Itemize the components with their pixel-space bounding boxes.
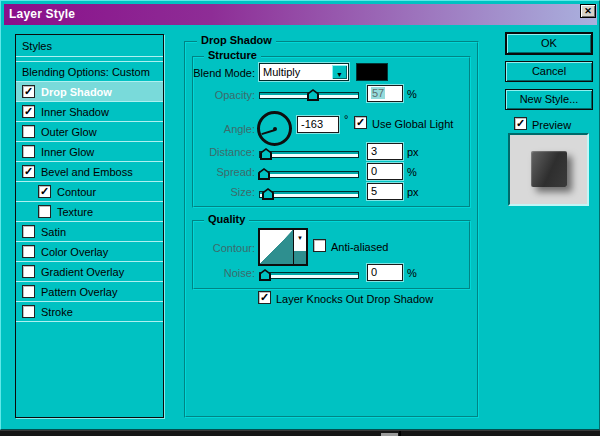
noise-label: Noise:: [181, 267, 255, 279]
background-window-fragment: [399, 431, 401, 436]
spread-label: Spread:: [181, 166, 255, 178]
sidebar-item-color-overlay[interactable]: Color Overlay: [16, 242, 163, 262]
close-icon[interactable]: ✕: [580, 4, 596, 18]
opacity-label: Opacity:: [181, 89, 255, 101]
sidebar-item-texture[interactable]: Texture: [16, 202, 163, 222]
satin-checkbox[interactable]: [22, 225, 35, 238]
sidebar-item-label: Blending Options: Custom: [22, 66, 150, 78]
blend-mode-label: Blend Mode:: [181, 67, 255, 79]
quality-group: [192, 220, 471, 290]
angle-dial[interactable]: [257, 111, 292, 146]
size-unit: px: [407, 186, 419, 198]
blend-mode-value: Multiply: [263, 66, 300, 78]
noise-input[interactable]: 0: [367, 264, 403, 281]
anti-aliased-checkbox[interactable]: [313, 239, 326, 252]
size-input[interactable]: 5: [367, 183, 403, 200]
sidebar-item-outer-glow[interactable]: Outer Glow: [16, 122, 163, 142]
sidebar-item-pattern-overlay[interactable]: Pattern Overlay: [16, 282, 163, 302]
structure-group-title: Structure: [204, 49, 261, 62]
cancel-button[interactable]: Cancel: [505, 61, 593, 82]
layer-knocks-out-checkbox[interactable]: ✓: [258, 291, 271, 304]
inner-glow-checkbox[interactable]: [22, 145, 35, 158]
anti-aliased-label: Anti-aliased: [331, 241, 388, 253]
new-style-button[interactable]: New Style...: [505, 89, 593, 110]
chevron-down-icon[interactable]: ▼: [293, 230, 306, 264]
size-slider[interactable]: [259, 191, 359, 198]
sidebar-item-inner-glow[interactable]: Inner Glow: [16, 142, 163, 162]
opacity-input[interactable]: 57: [367, 85, 403, 102]
styles-list: Styles Blending Options: Custom ✓ Drop S…: [15, 34, 164, 418]
preview-thumbnail: [508, 133, 589, 206]
spread-slider[interactable]: [259, 171, 359, 178]
distance-slider[interactable]: [259, 151, 359, 158]
sidebar-item-label: Bevel and Emboss: [41, 166, 133, 178]
sidebar-item-stroke[interactable]: Stroke: [16, 302, 163, 322]
sidebar-item-bevel-and-emboss[interactable]: ✓ Bevel and Emboss: [16, 162, 163, 182]
quality-group-title: Quality: [204, 213, 249, 226]
drop-shadow-group-title: Drop Shadow: [197, 34, 276, 47]
screen: Layer Style ✕ Styles Blending Options: C…: [0, 0, 600, 436]
sidebar-item-label: Satin: [41, 226, 66, 238]
sidebar-item-styles[interactable]: Styles: [16, 35, 163, 57]
inner-shadow-checkbox[interactable]: ✓: [22, 105, 35, 118]
sidebar-item-label: Pattern Overlay: [41, 286, 117, 298]
contour-thumbnail[interactable]: [260, 230, 293, 264]
sidebar-item-blending-options[interactable]: Blending Options: Custom: [16, 62, 163, 82]
bevel-emboss-checkbox[interactable]: ✓: [22, 165, 35, 178]
angle-dial-hub: [273, 127, 277, 131]
chevron-down-icon[interactable]: ▼: [332, 65, 347, 79]
blend-mode-select[interactable]: Multiply ▼: [259, 63, 349, 81]
sidebar-item-label: Styles: [22, 40, 52, 52]
texture-checkbox[interactable]: [38, 205, 51, 218]
background-window-strip: [0, 430, 600, 436]
noise-slider[interactable]: [259, 272, 359, 279]
sidebar-item-label: Color Overlay: [41, 246, 108, 258]
sidebar-item-drop-shadow[interactable]: ✓ Drop Shadow: [16, 82, 163, 102]
distance-input[interactable]: 3: [367, 143, 403, 160]
distance-unit: px: [407, 146, 419, 158]
contour-label: Contour:: [181, 242, 255, 254]
contour-checkbox[interactable]: ✓: [38, 185, 51, 198]
color-overlay-checkbox[interactable]: [22, 245, 35, 258]
ok-button[interactable]: OK: [505, 32, 593, 55]
opacity-unit: %: [407, 88, 417, 100]
drop-shadow-checkbox[interactable]: ✓: [22, 85, 35, 98]
sidebar-item-label: Contour: [57, 186, 96, 198]
layer-knocks-out-label: Layer Knocks Out Drop Shadow: [276, 293, 433, 305]
gradient-overlay-checkbox[interactable]: [22, 265, 35, 278]
preview-shape: [531, 151, 567, 187]
outer-glow-checkbox[interactable]: [22, 125, 35, 138]
angle-label: Angle:: [181, 123, 255, 135]
distance-label: Distance:: [181, 146, 255, 158]
angle-input[interactable]: -163: [297, 116, 339, 133]
sidebar-item-label: Outer Glow: [41, 126, 97, 138]
sidebar-item-label: Drop Shadow: [41, 86, 112, 98]
sidebar-item-gradient-overlay[interactable]: Gradient Overlay: [16, 262, 163, 282]
sidebar-item-label: Inner Shadow: [41, 106, 109, 118]
spread-input[interactable]: 0: [367, 163, 403, 180]
layer-style-dialog: Layer Style ✕ Styles Blending Options: C…: [0, 0, 600, 430]
preview-label: Preview: [532, 119, 571, 131]
contour-picker[interactable]: ▼: [258, 228, 308, 266]
sidebar-item-label: Inner Glow: [41, 146, 94, 158]
sidebar-item-label: Texture: [57, 206, 93, 218]
titlebar[interactable]: Layer Style: [4, 4, 597, 25]
sidebar-item-contour[interactable]: ✓ Contour: [16, 182, 163, 202]
window-title: Layer Style: [9, 7, 75, 21]
shadow-color-swatch[interactable]: [356, 63, 388, 81]
sidebar-item-satin[interactable]: Satin: [16, 222, 163, 242]
stroke-checkbox[interactable]: [22, 305, 35, 318]
noise-unit: %: [407, 267, 417, 279]
sidebar-item-label: Gradient Overlay: [41, 266, 124, 278]
preview-checkbox[interactable]: ✓: [514, 117, 527, 130]
spread-unit: %: [407, 166, 417, 178]
pattern-overlay-checkbox[interactable]: [22, 285, 35, 298]
sidebar-item-label: Stroke: [41, 306, 73, 318]
use-global-light-checkbox[interactable]: ✓: [354, 116, 367, 129]
size-label: Size:: [181, 186, 255, 198]
angle-unit: °: [344, 113, 348, 125]
sidebar-item-inner-shadow[interactable]: ✓ Inner Shadow: [16, 102, 163, 122]
use-global-light-label: Use Global Light: [372, 118, 453, 130]
